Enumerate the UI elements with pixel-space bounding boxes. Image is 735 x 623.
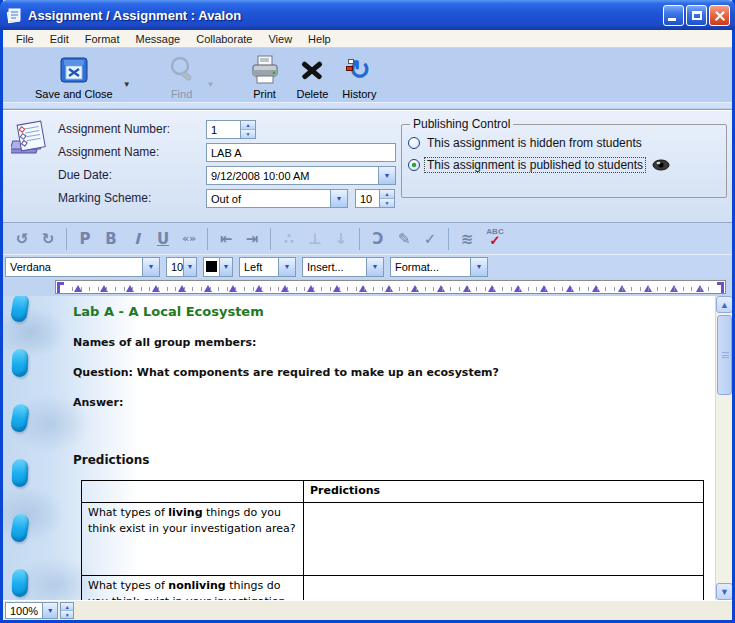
undo-icon[interactable]: ↺ [9, 228, 35, 250]
document-editor[interactable]: Lab A - A Local Ecosystem Names of all g… [3, 296, 732, 600]
tab-stop-marker[interactable] [333, 285, 341, 292]
bold-icon[interactable]: B [98, 228, 124, 250]
edit-pencil-icon[interactable]: ✎ [391, 228, 417, 250]
save-and-close-button[interactable]: Save and Close [29, 51, 119, 101]
menu-file[interactable]: File [9, 31, 41, 47]
accept-icon[interactable]: ✓ [417, 228, 443, 250]
radio-published-to-students[interactable]: This assignment is published to students [408, 158, 670, 172]
tab-stop-marker[interactable] [540, 285, 548, 292]
tab-stop-marker[interactable] [255, 285, 263, 292]
binding-pill-decoration [10, 513, 30, 543]
marking-points-spin-buttons[interactable]: ▲▼ [379, 190, 394, 207]
menu-help[interactable]: Help [301, 31, 338, 47]
tab-stop-marker[interactable] [229, 285, 237, 292]
menu-message[interactable]: Message [129, 31, 188, 47]
tab-stop-marker[interactable] [178, 285, 186, 292]
answer-cell[interactable] [304, 576, 704, 601]
tab-stop-marker[interactable] [463, 285, 471, 292]
tab-stop-marker[interactable] [74, 285, 82, 292]
zoom-stepper[interactable]: ▲▼ [60, 602, 74, 619]
tab-stop-marker[interactable] [488, 285, 496, 292]
publishing-control-title: Publishing Control [410, 117, 513, 131]
marking-points-stepper[interactable]: 10 ▲▼ [355, 189, 395, 208]
menu-bar: File Edit Format Message Collaborate Vie… [3, 30, 732, 48]
tab-stop-marker[interactable] [696, 285, 704, 292]
delete-button[interactable]: Delete [291, 51, 335, 101]
assignment-number-spin-buttons[interactable]: ▲▼ [240, 121, 255, 138]
format-dropdown-icon[interactable]: ▼ [470, 258, 487, 276]
close-button[interactable] [709, 5, 730, 26]
scroll-up-icon[interactable]: ▲ [716, 296, 732, 313]
text-color-select[interactable]: ▼ [203, 257, 233, 277]
print-button[interactable]: Print [243, 51, 287, 101]
outdent-icon[interactable]: ⇤ [213, 228, 239, 250]
insert-dropdown-icon[interactable]: ▼ [366, 258, 383, 276]
marking-scheme-select[interactable]: Out of ▼ [206, 189, 348, 208]
answer-cell[interactable] [304, 503, 704, 576]
tab-stop-marker[interactable] [152, 285, 160, 292]
menu-view[interactable]: View [261, 31, 299, 47]
font-family-select[interactable]: Verdana ▼ [5, 257, 160, 277]
history-button[interactable]: ↻ History [336, 51, 382, 101]
menu-edit[interactable]: Edit [43, 31, 76, 47]
tab-stop-marker[interactable] [437, 285, 445, 292]
tab-stop-marker[interactable] [385, 285, 393, 292]
scrollbar-thumb[interactable] [717, 315, 732, 395]
signature-icon[interactable]: ≋ [454, 228, 480, 250]
find-label: Find [171, 88, 192, 100]
text-color-dropdown-icon[interactable]: ▼ [219, 258, 232, 276]
tab-stop-marker[interactable] [204, 285, 212, 292]
binding-pill-decoration [12, 569, 29, 598]
insert-menu-select[interactable]: Insert... ▼ [302, 257, 384, 277]
alignment-dropdown-icon[interactable]: ▼ [278, 258, 295, 276]
assignment-number-stepper[interactable]: 1 ▲▼ [206, 120, 256, 139]
radio-hidden-from-students[interactable]: This assignment is hidden from students [408, 136, 644, 150]
table-header-row: Predictions [82, 481, 704, 503]
special-characters-icon[interactable]: «» [176, 228, 202, 250]
italic-icon[interactable]: I [124, 228, 150, 250]
underline-icon[interactable]: U [150, 228, 176, 250]
alignment-select[interactable]: Left ▼ [239, 257, 296, 277]
indent-icon[interactable]: ⇥ [239, 228, 265, 250]
menu-format[interactable]: Format [78, 31, 127, 47]
zoom-select[interactable]: 100% ▼ [5, 602, 58, 619]
ruler[interactable] [55, 280, 726, 294]
tab-stop-marker[interactable] [126, 285, 134, 292]
spellcheck-icon[interactable]: ABC ✓ [480, 227, 510, 251]
font-family-dropdown-icon[interactable]: ▼ [142, 258, 159, 276]
paragraph-icon[interactable]: P [72, 228, 98, 250]
assignment-name-field[interactable]: LAB A [206, 143, 396, 162]
left-margin-marker[interactable] [57, 282, 64, 293]
maximize-button[interactable] [686, 5, 707, 26]
zoom-dropdown-icon[interactable]: ▼ [42, 603, 57, 618]
radio-icon[interactable] [408, 159, 420, 171]
vertical-scrollbar[interactable]: ▲ ▼ [715, 296, 732, 600]
tab-stop-marker[interactable] [359, 285, 367, 292]
right-margin-marker[interactable] [717, 282, 724, 293]
due-date-dropdown-icon[interactable]: ▼ [378, 167, 395, 184]
tab-stop-marker[interactable] [592, 285, 600, 292]
rotate-icon[interactable]: Ɔ [365, 228, 391, 250]
tab-stop-marker[interactable] [100, 285, 108, 292]
tab-stop-marker[interactable] [566, 285, 574, 292]
tab-stop-marker[interactable] [281, 285, 289, 292]
redo-icon[interactable]: ↻ [35, 228, 61, 250]
due-date-select[interactable]: 9/12/2008 10:00 AM ▼ [206, 166, 396, 185]
document-content[interactable]: Lab A - A Local Ecosystem Names of all g… [73, 304, 702, 600]
publishing-control-group: Publishing Control This assignment is hi… [401, 124, 727, 198]
scroll-down-icon[interactable]: ▼ [716, 583, 732, 600]
menu-collaborate[interactable]: Collaborate [189, 31, 259, 47]
font-size-dropdown-icon[interactable]: ▼ [183, 258, 196, 276]
format-menu-select[interactable]: Format... ▼ [390, 257, 488, 277]
marking-scheme-dropdown-icon[interactable]: ▼ [330, 190, 347, 207]
radio-icon[interactable] [408, 137, 420, 149]
font-size-select[interactable]: 10 ▼ [166, 257, 197, 277]
tab-stop-marker[interactable] [514, 285, 522, 292]
tab-stop-marker[interactable] [644, 285, 652, 292]
tab-stop-marker[interactable] [307, 285, 315, 292]
minimize-button[interactable] [663, 5, 684, 26]
save-dropdown-arrow[interactable]: ▼ [119, 80, 135, 89]
tab-stop-marker[interactable] [411, 285, 419, 292]
tab-stop-marker[interactable] [670, 285, 678, 292]
tab-stop-marker[interactable] [618, 285, 626, 292]
